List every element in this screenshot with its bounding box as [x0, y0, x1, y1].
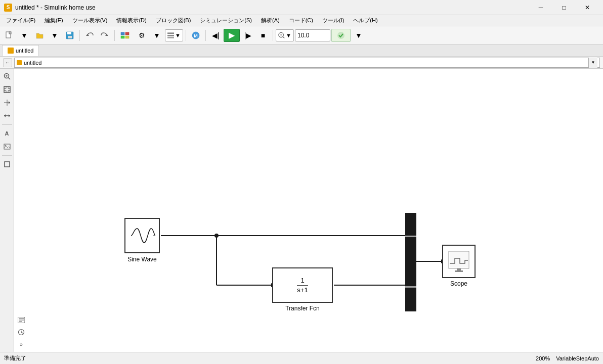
scope-label: Scope: [442, 280, 476, 287]
menu-code[interactable]: コード(C): [285, 16, 317, 25]
svg-point-20: [337, 32, 344, 39]
run-button[interactable]: ▶: [224, 29, 240, 42]
breadcrumb-icon: [17, 60, 22, 65]
minimize-button[interactable]: ─: [529, 0, 552, 15]
svg-marker-27: [9, 101, 10, 104]
save-button[interactable]: [63, 29, 77, 42]
check-dropdown[interactable]: ▼: [352, 29, 366, 42]
library-button[interactable]: [117, 29, 134, 42]
left-sidebar: A: [0, 69, 14, 352]
layout-dropdown[interactable]: ▼: [165, 29, 183, 41]
mux-port-1: [405, 236, 416, 237]
toolbar: ▼ ▼ ⚙ ▼ ▼ M ◀| ▶ |▶ ■ ▼: [0, 26, 603, 44]
status-bar: 準備完了 200% VariableStepAuto: [0, 352, 603, 364]
zoom-dropdown[interactable]: ▼: [276, 29, 294, 41]
model-advisor-button[interactable]: M: [189, 29, 203, 42]
svg-line-22: [8, 78, 10, 80]
breadcrumb-dropdown[interactable]: ▼: [588, 58, 597, 68]
restore-button[interactable]: □: [552, 0, 576, 15]
text-tool-button[interactable]: A: [2, 128, 13, 139]
open-button[interactable]: [32, 29, 47, 42]
mux-port-2: [405, 286, 416, 288]
sidebar-separator-1: [2, 124, 12, 125]
menu-bar: ファイル(F) 編集(E) ツール表示(V) 情報表示(D) ブロック図(B) …: [0, 15, 603, 26]
status-bar-right: 200% VariableStepAuto: [536, 355, 599, 361]
menu-edit[interactable]: 編集(E): [40, 16, 67, 25]
menu-help[interactable]: ヘルプ(H): [349, 16, 381, 25]
sim-time-input[interactable]: [295, 29, 330, 41]
toolbar-separator-1: [79, 30, 80, 41]
transfer-fcn-label: Transfer Fcn: [272, 305, 333, 312]
svg-line-56: [21, 332, 23, 333]
settings-button[interactable]: ⚙: [135, 29, 149, 42]
title-bar-controls: ─ □ ✕: [529, 0, 599, 15]
zoom-tool-button[interactable]: [2, 71, 13, 82]
menu-analysis[interactable]: 解析(A): [257, 16, 284, 25]
svg-rect-32: [4, 144, 10, 149]
stop-button[interactable]: ■: [256, 29, 270, 42]
block-tool-button[interactable]: [2, 159, 13, 170]
sine-wave-block[interactable]: [124, 218, 160, 253]
svg-rect-12: [167, 35, 174, 36]
canvas-area[interactable]: Sine Wave 1 s+1 Transfer Fcn: [14, 69, 603, 352]
transfer-numerator: 1: [300, 277, 304, 285]
svg-text:M: M: [194, 33, 198, 38]
title-bar-left: S untitled * - Simulink home use: [4, 4, 96, 12]
connect-lines-button[interactable]: [2, 97, 13, 108]
fraction-line: [297, 285, 308, 286]
new-dropdown[interactable]: ▼: [17, 29, 31, 42]
scope-block[interactable]: [442, 245, 476, 278]
new-button[interactable]: [2, 29, 16, 42]
svg-rect-49: [455, 270, 463, 272]
toolbar-separator-5: [273, 30, 273, 41]
transfer-fraction: 1 s+1: [297, 277, 308, 294]
tab-untitled[interactable]: untitled: [2, 45, 39, 56]
menu-diagram[interactable]: ブロック図(B): [152, 16, 195, 25]
svg-marker-31: [4, 114, 6, 117]
svg-rect-10: [125, 36, 129, 38]
expand-sidebar-button[interactable]: »: [16, 339, 27, 350]
step-forward-button[interactable]: |▶: [241, 29, 255, 42]
menu-simulation[interactable]: シミュレーション(S): [196, 16, 256, 25]
image-tool-button[interactable]: [2, 141, 13, 152]
settings-dropdown[interactable]: ▼: [150, 29, 164, 42]
breadcrumb-back-button[interactable]: ←: [3, 58, 12, 67]
status-ready-text: 準備完了: [4, 354, 26, 362]
svg-rect-9: [125, 32, 129, 35]
arrow-tool-button[interactable]: [2, 110, 13, 121]
menu-view[interactable]: ツール表示(V): [68, 16, 112, 25]
sine-wave-icon: [129, 223, 155, 248]
check-button[interactable]: [331, 29, 351, 42]
window-title: untitled * - Simulink home use: [15, 4, 96, 11]
menu-display[interactable]: 情報表示(D): [112, 16, 150, 25]
mux-block[interactable]: [405, 213, 416, 311]
status-mode-text: VariableStepAuto: [556, 355, 599, 361]
undo-button[interactable]: [82, 29, 97, 42]
svg-rect-3: [67, 32, 71, 34]
history-button[interactable]: [16, 327, 27, 338]
svg-rect-7: [121, 32, 124, 35]
svg-rect-4: [68, 36, 72, 38]
svg-rect-34: [5, 162, 10, 167]
svg-line-17: [283, 36, 284, 38]
console-button[interactable]: [16, 314, 27, 326]
toolbar-separator-3: [186, 30, 186, 41]
svg-rect-25: [4, 86, 10, 93]
status-bar-left: 準備完了: [4, 354, 26, 362]
close-button[interactable]: ✕: [576, 0, 599, 15]
step-back-button[interactable]: ◀|: [208, 29, 223, 42]
status-zoom-text: 200%: [536, 355, 550, 361]
breadcrumb-path: untitled ▼: [14, 58, 600, 68]
fit-view-button[interactable]: [2, 84, 13, 95]
menu-tools[interactable]: ツール(I): [318, 16, 348, 25]
transfer-fcn-block[interactable]: 1 s+1: [272, 267, 333, 303]
sidebar-separator-2: [2, 155, 12, 156]
breadcrumb-bar: ← untitled ▼: [0, 57, 603, 69]
redo-button[interactable]: [98, 29, 112, 42]
main-layout: A: [0, 69, 603, 352]
scope-icon: [447, 249, 471, 274]
svg-rect-13: [167, 37, 174, 38]
open-dropdown[interactable]: ▼: [48, 29, 62, 42]
menu-file[interactable]: ファイル(F): [2, 16, 39, 25]
sidebar-bottom-icons: »: [14, 314, 28, 352]
